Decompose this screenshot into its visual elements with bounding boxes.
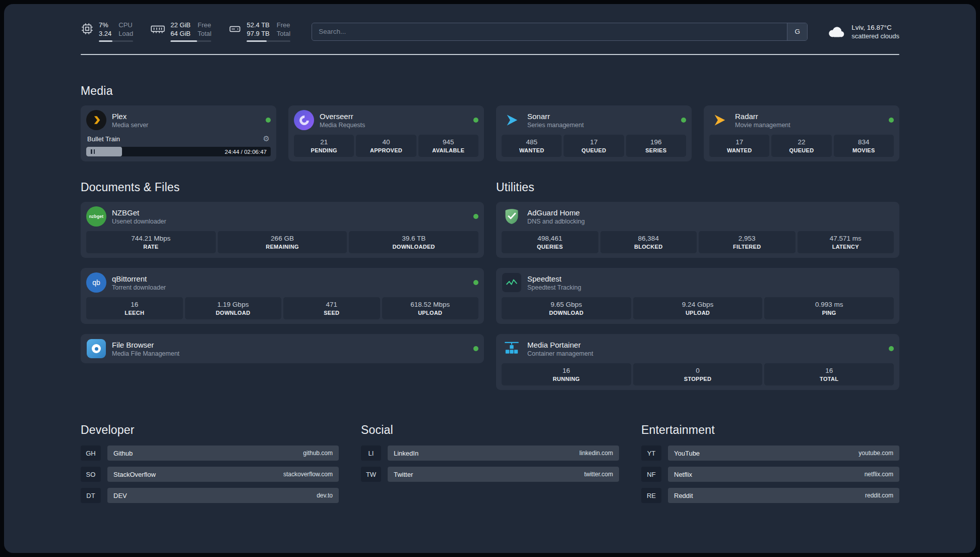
top-bar: 7% 3.24 CPU Load: [81, 4, 899, 42]
stat-rate: 744.21 Mbps RATE: [86, 231, 216, 253]
stat-remaining: 266 GB REMAINING: [218, 231, 347, 253]
bookmark-link[interactable]: DEV dev.to: [107, 488, 339, 503]
service-card-adguard[interactable]: AdGuard Home DNS and adblocking 498,461 …: [496, 202, 899, 258]
stat-pending: 21 PENDING: [294, 135, 354, 157]
disk-total: 97.9 TB: [247, 30, 269, 37]
topbar-divider: [81, 54, 899, 55]
bookmark-netflix: NF Netflix netflix.com: [641, 467, 899, 482]
stat-total: 16 TOTAL: [764, 363, 894, 385]
stat-filtered: 2,953 FILTERED: [699, 231, 795, 253]
stat-upload: 9.24 Gbps UPLOAD: [633, 297, 763, 319]
service-name: Sonarr: [527, 112, 584, 121]
media-grid: Plex Media server Bullet Train ⚙ 24:44 /…: [81, 105, 899, 161]
bookmark-abbr: GH: [81, 445, 101, 461]
service-card-plex[interactable]: Plex Media server Bullet Train ⚙ 24:44 /…: [81, 105, 276, 161]
bookmark-abbr: NF: [641, 467, 661, 482]
bookmarks-entertainment: Entertainment YT YouTube youtube.com NF …: [641, 423, 899, 509]
service-desc: Media server: [112, 122, 148, 129]
service-card-portainer[interactable]: Media Portainer Container management 16 …: [496, 334, 899, 390]
service-name: Overseerr: [320, 112, 365, 121]
service-desc: Movie management: [735, 122, 790, 129]
qbittorrent-icon: qb: [86, 272, 106, 293]
service-name: Media Portainer: [527, 341, 593, 349]
service-card-sonarr[interactable]: Sonarr Series management 485 WANTED 17 Q…: [496, 105, 692, 161]
disk-bar: [247, 40, 290, 42]
playback-progress-bar[interactable]: 24:44 / 02:06:47: [86, 147, 271, 156]
status-dot: [473, 214, 478, 219]
stat-wanted: 17 WANTED: [709, 135, 769, 157]
bookmark-link[interactable]: Twitter twitter.com: [388, 467, 619, 482]
pause-icon[interactable]: [91, 149, 95, 154]
service-desc: Series management: [527, 122, 584, 129]
memory-free: 22 GiB: [170, 21, 191, 29]
service-desc: Media File Management: [112, 350, 179, 357]
settings-icon[interactable]: ⚙: [263, 134, 270, 143]
bookmark-link[interactable]: Github github.com: [107, 445, 339, 461]
bookmarks-developer: Developer GH Github github.com SO StackO…: [81, 423, 339, 509]
search-provider-button[interactable]: G: [787, 23, 807, 40]
stat-running: 16 RUNNING: [502, 363, 631, 385]
search-input[interactable]: [312, 23, 808, 41]
disk-free-label: Free: [277, 21, 290, 29]
stat-leech: 16 LEECH: [86, 297, 183, 319]
now-playing-title: Bullet Train: [87, 135, 120, 143]
status-dot: [473, 346, 478, 351]
bookmark-abbr: YT: [641, 445, 661, 461]
bookmark-abbr: RE: [641, 488, 661, 503]
stat-latency: 47.571 ms LATENCY: [798, 231, 894, 253]
stat-download: 9.65 Gbps DOWNLOAD: [502, 297, 631, 319]
nzbget-icon: nzbget: [86, 206, 106, 227]
service-desc: Usenet downloader: [112, 218, 166, 225]
bookmark-link[interactable]: StackOverflow stackoverflow.com: [107, 467, 339, 482]
service-name: Plex: [112, 112, 148, 121]
service-desc: Torrent downloader: [112, 284, 166, 291]
stat-downloaded: 39.6 TB DOWNLOADED: [349, 231, 478, 253]
section-title-developer: Developer: [81, 423, 339, 437]
stat-movies: 834 MOVIES: [834, 135, 894, 157]
bookmark-twitter: TW Twitter twitter.com: [361, 467, 619, 482]
cpu-percent: 7%: [99, 21, 111, 29]
service-name: Speedtest: [527, 274, 581, 283]
service-name: AdGuard Home: [527, 208, 585, 217]
service-name: NZBGet: [112, 208, 166, 217]
service-desc: DNS and adblocking: [527, 218, 585, 225]
cpu-widget: 7% 3.24 CPU Load: [81, 21, 133, 42]
dashboard: 7% 3.24 CPU Load: [4, 4, 976, 553]
bookmark-linkedin: LI LinkedIn linkedin.com: [361, 445, 619, 461]
weather-condition: scattered clouds: [851, 32, 899, 40]
bookmark-link[interactable]: Reddit reddit.com: [668, 488, 899, 503]
service-card-qbittorrent[interactable]: qb qBittorrent Torrent downloader 16: [81, 268, 484, 324]
bookmark-github: GH Github github.com: [81, 445, 339, 461]
cpu-bar: [99, 40, 133, 42]
bookmark-link[interactable]: YouTube youtube.com: [668, 445, 899, 461]
weather-location: Lviv, 16.87°C: [851, 24, 899, 31]
stat-queued: 17 QUEUED: [564, 135, 624, 157]
disk-icon: [228, 22, 241, 35]
sonarr-icon: [502, 110, 522, 130]
service-name: File Browser: [112, 341, 179, 349]
cpu-label: CPU: [118, 21, 133, 29]
service-card-filebrowser[interactable]: File Browser Media File Management: [81, 334, 484, 363]
cloud-icon: [825, 24, 846, 39]
bookmark-link[interactable]: LinkedIn linkedin.com: [388, 445, 619, 461]
documents-column: Documents & Files nzbget NZBGet Usenet d…: [81, 181, 484, 390]
stat-wanted: 485 WANTED: [502, 135, 562, 157]
bookmark-link[interactable]: Netflix netflix.com: [668, 467, 899, 482]
service-card-overseerr[interactable]: Overseerr Media Requests 21 PENDING 40 A…: [288, 105, 484, 161]
bookmark-reddit: RE Reddit reddit.com: [641, 488, 899, 503]
plex-icon: [86, 110, 106, 130]
status-dot: [889, 346, 894, 351]
service-card-radarr[interactable]: Radarr Movie management 17 WANTED 22 QUE…: [704, 105, 899, 161]
bookmark-abbr: TW: [361, 467, 381, 482]
radarr-icon: [709, 110, 729, 130]
adguard-icon: [502, 206, 522, 227]
bookmark-abbr: SO: [81, 467, 101, 482]
memory-free-label: Free: [198, 21, 211, 29]
service-card-nzbget[interactable]: nzbget NZBGet Usenet downloader 744.21 M…: [81, 202, 484, 258]
service-name: Radarr: [735, 112, 790, 121]
stat-queries: 498,461 QUERIES: [502, 231, 598, 253]
weather-widget[interactable]: Lviv, 16.87°C scattered clouds: [825, 24, 899, 40]
service-card-speedtest[interactable]: Speedtest Speedtest Tracking 9.65 Gbps D…: [496, 268, 899, 324]
memory-total-label: Total: [198, 30, 211, 37]
stat-blocked: 86,384 BLOCKED: [600, 231, 697, 253]
